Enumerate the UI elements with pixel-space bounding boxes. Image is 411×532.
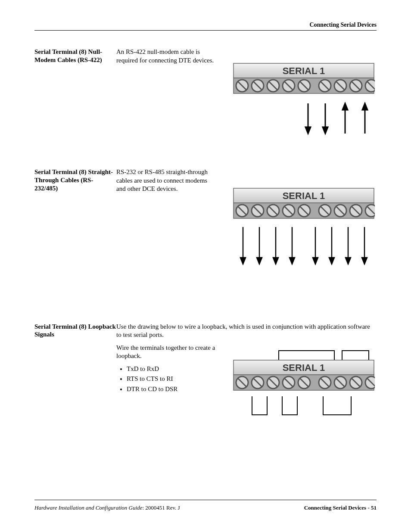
section-body: Wire the terminals together to create a … <box>116 344 215 361</box>
svg-marker-27 <box>362 103 367 110</box>
svg-marker-21 <box>305 127 311 134</box>
svg-marker-51 <box>257 258 262 264</box>
section-heading: Serial Terminal (8) Loopback Signals <box>34 323 116 339</box>
svg-marker-53 <box>273 258 278 264</box>
section-intro: Use the drawing below to wire a loopback… <box>116 323 377 339</box>
diagram-label: SERIAL 1 <box>283 190 325 201</box>
footer-page-label: Connecting Serial Devices - 51 <box>304 504 377 511</box>
diagram-loopback: SERIAL 1 <box>233 348 375 426</box>
page-footer: Hardware Installation and Configuration … <box>34 500 377 511</box>
diagram-null-modem: SERIAL 1 <box>233 62 375 144</box>
svg-marker-59 <box>329 258 334 264</box>
svg-marker-49 <box>240 258 246 264</box>
svg-marker-25 <box>342 103 348 110</box>
section-body: An RS-422 null-modem cable is required f… <box>116 48 215 65</box>
section-heading: Serial Terminal (8) Straight-Through Cab… <box>34 168 116 192</box>
diagram-label: SERIAL 1 <box>283 65 325 76</box>
diagram-straight-through: SERIAL 1 <box>233 187 375 274</box>
header-title: Connecting Serial Devices <box>309 22 377 28</box>
diagram-label: SERIAL 1 <box>283 362 325 373</box>
svg-marker-55 <box>290 258 295 264</box>
svg-marker-61 <box>346 258 351 264</box>
section-body: RS-232 or RS-485 straight-through cables… <box>116 168 215 193</box>
svg-marker-63 <box>362 258 367 264</box>
footer-guide-title: Hardware Installation and Configuration … <box>34 504 142 511</box>
svg-marker-57 <box>313 258 318 264</box>
footer-doc-info: : 2000451 Rev. J <box>142 504 180 511</box>
section-heading: Serial Terminal (8) Null-Modem Cables (R… <box>34 48 116 64</box>
svg-marker-23 <box>323 127 328 134</box>
svg-point-82 <box>365 376 375 389</box>
svg-point-46 <box>365 205 375 217</box>
running-header: Connecting Serial Devices <box>34 22 377 31</box>
svg-point-18 <box>365 80 375 92</box>
